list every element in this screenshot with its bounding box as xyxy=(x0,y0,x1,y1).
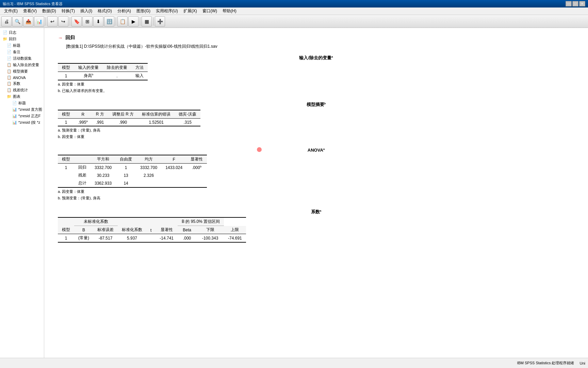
coefficients-table: 模型 未标准化系数 标准化系数 t 显著性 B 的 95.0% 置信区间 B 标… xyxy=(58,217,246,243)
residuals-icon: 📋 xyxy=(7,88,12,92)
histogram-icon: 📊 xyxy=(12,107,17,112)
menu-data[interactable]: 数据(D) xyxy=(39,7,59,15)
anova-col-ms: 均方 xyxy=(136,155,161,164)
menu-analyze[interactable]: 分析(A) xyxy=(115,7,134,15)
redo-button[interactable]: ↪ xyxy=(58,16,68,27)
menu-utilities[interactable]: 实用程序(U) xyxy=(153,7,181,15)
menu-help[interactable]: 帮助(H) xyxy=(220,7,239,15)
sidebar-item-anova-label: ANOVA xyxy=(13,76,26,80)
sidebar-item-residuals[interactable]: 📋 残差统计 xyxy=(0,87,44,93)
sidebar-item-notes-label: 备注 xyxy=(13,49,20,55)
anova-note-a: a. 因变量：体重 xyxy=(58,189,574,194)
anova-cell-ss-total: 3362.933 xyxy=(91,179,116,187)
toolbar-separator-2 xyxy=(70,17,70,26)
sidebar-item-chart-title[interactable]: 📄 标题 xyxy=(0,100,44,106)
script-button[interactable]: ▶ xyxy=(128,16,138,27)
table-button[interactable]: ⊞ xyxy=(82,16,93,27)
ms-col-r-sq: R 方 xyxy=(92,110,108,119)
coef-cell-beta xyxy=(146,234,156,243)
coef-cell-b: -87.517 xyxy=(93,234,118,243)
menu-transform[interactable]: 转换(T) xyxy=(59,7,78,15)
menu-file[interactable]: 文件(E) xyxy=(1,7,20,15)
table-row: 残差 30.233 13 2.326 xyxy=(58,171,207,179)
close-button[interactable]: ✕ xyxy=(579,1,585,6)
sidebar-item-coefficients[interactable]: 📋 系数 xyxy=(0,80,44,87)
sidebar-item-zresid-normal[interactable]: 📊 *zresid 正态F xyxy=(0,113,44,119)
undo-button[interactable]: ↩ xyxy=(47,16,58,27)
model-summary-section: 模型摘要b 模型 R R 方 调整后 R 方 标准估算的错误 德宾-沃森 1 xyxy=(58,102,574,139)
minimize-button[interactable]: — xyxy=(566,1,572,6)
table-row: 1 身高b . 输入 xyxy=(58,72,148,80)
pivot-button[interactable]: 📋 xyxy=(117,16,128,27)
anova-cell-sig-regression: .000b xyxy=(186,164,207,172)
input-removed-note-a: a. 因变量：体重 xyxy=(58,82,574,87)
sidebar-item-notes[interactable]: 📄 备注 xyxy=(0,49,44,55)
anova-cell-type-regression: 回归 xyxy=(74,164,91,172)
log-icon: 📄 xyxy=(3,30,7,35)
sidebar-item-charts[interactable]: 📁 图表 xyxy=(0,93,44,100)
toolbar-separator-1 xyxy=(46,17,46,26)
sidebar-item-dataset-label: 活动数据集 xyxy=(13,56,32,61)
menu-graphs[interactable]: 图形(G) xyxy=(134,7,153,15)
sidebar-item-residuals-label: 残差统计 xyxy=(13,88,28,93)
coef-col-ci: B 的 95.0% 置信区间 xyxy=(178,217,224,226)
ms-cell-r-sq: .991 xyxy=(92,119,108,126)
menu-extensions[interactable]: 扩展(X) xyxy=(181,7,200,15)
coef-subheader-beta: Beta xyxy=(178,226,196,234)
print-button[interactable]: 🖨 xyxy=(1,16,12,27)
sidebar-item-title[interactable]: 📄 标题 xyxy=(0,42,44,49)
sidebar-item-input-removed[interactable]: 📋 输入除去的变量 xyxy=(0,62,44,68)
add-button[interactable]: ➕ xyxy=(155,16,165,27)
table-row: 1 (常量) -87.517 5.937 -14.741 .000 -100.3… xyxy=(58,234,246,243)
coef-col-unstd: 未标准化系数 xyxy=(74,217,118,226)
sidebar-item-log[interactable]: 📄 日志 xyxy=(0,29,44,36)
col-header-method: 方法 xyxy=(131,63,148,72)
sidebar-item-model-summary-label: 模型摘要 xyxy=(13,69,28,74)
menu-view[interactable]: 查看(V) xyxy=(20,7,39,15)
scatter-icon: 📊 xyxy=(12,120,17,125)
chart-button[interactable]: 📊 xyxy=(34,16,44,27)
anova-cell-ms-residual: 2.326 xyxy=(136,171,161,179)
cell-removed: . xyxy=(103,72,131,80)
maximize-button[interactable]: □ xyxy=(572,1,578,6)
menu-window[interactable]: 窗口(W) xyxy=(200,7,220,15)
coefficients-icon: 📋 xyxy=(7,81,12,86)
sidebar-item-log-label: 日志 xyxy=(9,30,16,35)
menu-insert[interactable]: 插入(I) xyxy=(78,7,95,15)
zoom-button[interactable]: 🔍 xyxy=(12,16,22,27)
sidebar-item-regression[interactable]: 📁 回归 xyxy=(0,36,44,42)
input-removed-title: 输入/除去的变量a xyxy=(58,55,574,61)
menu-format[interactable]: 格式(O) xyxy=(95,7,114,15)
anova-cell-ms-total xyxy=(136,179,161,187)
anova-icon: 📋 xyxy=(7,75,12,80)
sidebar-item-zresid-histogram[interactable]: 📊 *zresid 直方图 xyxy=(0,106,44,113)
calc-button[interactable]: 🔢 xyxy=(104,16,114,27)
anova-section: ANOVAa 模型 平方和 自由度 均方 F 显著性 1 xyxy=(58,148,574,201)
bookmark-button[interactable]: 🔖 xyxy=(71,16,82,27)
file-path: [数据集1] D:\SPSS统计分析实战（中级篇）-软件实操版\06-线性回归\… xyxy=(66,44,574,49)
sidebar-item-anova[interactable]: 📋 ANOVA xyxy=(0,75,44,80)
export-button[interactable]: 📤 xyxy=(23,16,33,27)
ms-col-r: R xyxy=(74,110,92,119)
sidebar-item-title-label: 标题 xyxy=(13,43,20,48)
title-icon: 📄 xyxy=(7,43,12,48)
status-corner-text: Uni xyxy=(579,361,585,365)
section-arrow: → xyxy=(58,35,63,41)
cell-model: 1 xyxy=(58,72,74,80)
anova-cell-f-blank xyxy=(161,171,186,179)
ms-cell-std-err: 1.52501 xyxy=(138,119,175,126)
coefficients-title: 系数a xyxy=(58,209,574,215)
input-removed-note-b: b. 已输入所请求的所有变量。 xyxy=(58,88,574,93)
anova-cell-model-blank2 xyxy=(58,179,74,187)
anova-cell-type-residual: 残差 xyxy=(74,171,91,179)
sidebar-item-model-summary[interactable]: 📋 模型摘要 xyxy=(0,68,44,75)
ms-cell-model: 1 xyxy=(58,119,74,126)
down-button[interactable]: ⬇ xyxy=(93,16,103,27)
grid-button[interactable]: ▦ xyxy=(142,16,152,27)
col-header-model: 模型 xyxy=(58,63,74,72)
sidebar-item-active-dataset[interactable]: 📄 活动数据集 xyxy=(0,55,44,62)
anova-cell-model-1: 1 xyxy=(58,164,74,172)
sidebar-item-zresid-scatter[interactable]: 📊 *zresid (按 *z xyxy=(0,119,44,126)
coef-col-t: t xyxy=(146,217,156,234)
title-bar-buttons: — □ ✕ xyxy=(566,1,585,6)
